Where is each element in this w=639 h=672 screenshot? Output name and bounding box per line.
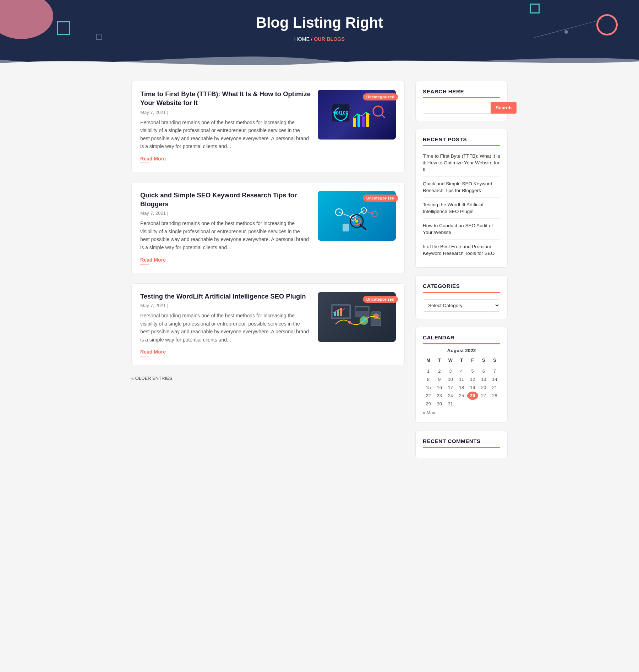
- recent-post-item-4[interactable]: How to Conduct an SEO Audit of Your Webs…: [423, 219, 500, 240]
- cal-th-w: W: [445, 356, 456, 364]
- svg-line-15: [364, 211, 375, 214]
- post-text-1: Time to First Byte (TTFB): What It Is & …: [140, 90, 311, 163]
- post-meta-2: May 7, 2021 |: [140, 211, 311, 216]
- read-more-2[interactable]: Read More: [140, 257, 166, 264]
- post-text-3: Testing the WordLift Artificial Intellig…: [140, 292, 311, 357]
- post-card-1: Time to First Byte (TTFB): What It Is & …: [131, 81, 405, 172]
- calendar-month-year: August 2022: [423, 348, 500, 353]
- cal-th-s2: S: [489, 356, 500, 364]
- cal-th-f: F: [467, 356, 478, 364]
- cal-th-s1: S: [478, 356, 489, 364]
- post-image-wrap-3: Uncategorized: [318, 292, 396, 342]
- recent-posts-title: RECENT POSTS: [423, 136, 500, 146]
- sidebar: SEARCH HERE Search RECENT POSTS Time to …: [415, 81, 508, 466]
- calendar-table: M T W T F S S 1234567: [423, 356, 500, 408]
- page-header: Blog Listing Right HOME / OUR BLOGS: [0, 0, 639, 70]
- post-excerpt-2: Personal branding remains one of the bes…: [140, 219, 311, 251]
- search-widget: SEARCH HERE Search: [415, 81, 508, 121]
- search-form: Search: [423, 102, 500, 114]
- content-area: Time to First Byte (TTFB): What It Is & …: [131, 81, 405, 466]
- svg-rect-27: [356, 307, 368, 311]
- post-image-wrap-1: 90/100 Uncategorized: [318, 90, 396, 140]
- read-more-3[interactable]: Read More: [140, 349, 166, 356]
- cal-th-m: M: [423, 356, 434, 364]
- read-more-1[interactable]: Read More: [140, 156, 166, 163]
- calendar-prev-nav[interactable]: « May: [423, 410, 500, 415]
- search-widget-title: SEARCH HERE: [423, 88, 500, 98]
- page-title: Blog Listing Right: [7, 14, 632, 31]
- post-excerpt-3: Personal branding remains one of the bes…: [140, 312, 311, 344]
- cal-th-t2: T: [456, 356, 467, 364]
- recent-posts-widget: RECENT POSTS Time to First Byte (TTFB): …: [415, 129, 508, 268]
- post-card-3: Testing the WordLift Artificial Intellig…: [131, 283, 405, 366]
- svg-rect-5: [362, 116, 365, 127]
- svg-line-14: [353, 211, 364, 218]
- cal-row-2: 1234567: [423, 367, 500, 375]
- svg-point-18: [355, 220, 358, 223]
- badge-1: Uncategorized: [363, 93, 398, 100]
- cal-highlight-26[interactable]: 26: [467, 392, 478, 400]
- cal-th-t1: T: [434, 356, 445, 364]
- post-title-2: Quick and Simple SEO Keyword Research Ti…: [140, 191, 311, 209]
- badge-3: Uncategorized: [363, 296, 398, 303]
- cal-row-1: [423, 364, 500, 367]
- breadcrumb: HOME / OUR BLOGS: [7, 36, 632, 42]
- post-image-wrap-2: Uncategorized: [318, 191, 396, 241]
- post-excerpt-1: Personal branding remains one of the bes…: [140, 119, 311, 151]
- recent-post-item-5[interactable]: 5 of the Best Free and Premium Keyword R…: [423, 240, 500, 260]
- cal-row-4: 15161718192021: [423, 383, 500, 392]
- deco-square-2: [530, 4, 540, 13]
- recent-comments-widget: RECENT COMMENTS: [415, 431, 508, 458]
- svg-point-32: [362, 318, 365, 321]
- calendar-body: 1234567 891011121314 15161718192021 2223…: [423, 364, 500, 408]
- recent-post-item-1[interactable]: Time to First Byte (TTFB): What It Is & …: [423, 149, 500, 177]
- post-text-2: Quick and Simple SEO Keyword Research Ti…: [140, 191, 311, 264]
- calendar-days-header: M T W T F S S: [423, 356, 500, 364]
- svg-rect-4: [357, 115, 360, 127]
- svg-rect-20: [343, 224, 349, 231]
- categories-title: CATEGORIES: [423, 283, 500, 293]
- main-container: Time to First Byte (TTFB): What It Is & …: [124, 70, 515, 480]
- breadcrumb-home[interactable]: HOME: [294, 36, 310, 42]
- svg-rect-25: [340, 308, 342, 316]
- categories-widget: CATEGORIES Select Category SEO Blogging …: [415, 275, 508, 319]
- post-title-1: Time to First Byte (TTFB): What It Is & …: [140, 90, 311, 108]
- breadcrumb-current: OUR BLOGS: [314, 36, 345, 42]
- calendar-title: CALENDAR: [423, 334, 500, 344]
- search-input[interactable]: [423, 102, 491, 114]
- svg-point-31: [348, 321, 351, 324]
- calendar-widget: CALENDAR August 2022 M T W T F S S: [415, 327, 508, 423]
- post-meta-1: May 7, 2021 |: [140, 110, 311, 115]
- svg-line-8: [382, 115, 384, 118]
- post-title-3: Testing the WordLift Artificial Intellig…: [140, 292, 311, 301]
- cal-row-5: 22232425262728: [423, 392, 500, 400]
- cal-row-3: 891011121314: [423, 375, 500, 383]
- header-wave: [0, 49, 639, 70]
- search-button[interactable]: Search: [491, 102, 517, 114]
- recent-comments-title: RECENT COMMENTS: [423, 438, 500, 448]
- recent-post-item-3[interactable]: Testing the WordLift Artificial Intellig…: [423, 198, 500, 219]
- badge-2: Uncategorized: [363, 195, 398, 202]
- category-select[interactable]: Select Category SEO Blogging WordPress T…: [423, 299, 500, 312]
- svg-rect-6: [366, 113, 369, 127]
- svg-line-19: [360, 225, 366, 229]
- post-meta-3: May 7, 2021 |: [140, 303, 311, 308]
- cal-row-6: 293031: [423, 400, 500, 408]
- pagination: « OLDER ENTRIES: [131, 375, 405, 381]
- post-card-2: Quick and Simple SEO Keyword Research Ti…: [131, 182, 405, 273]
- svg-rect-24: [337, 310, 339, 316]
- older-entries-link[interactable]: « OLDER ENTRIES: [131, 376, 172, 381]
- recent-post-item-2[interactable]: Quick and Simple SEO Keyword Research Ti…: [423, 177, 500, 198]
- svg-rect-3: [353, 118, 356, 127]
